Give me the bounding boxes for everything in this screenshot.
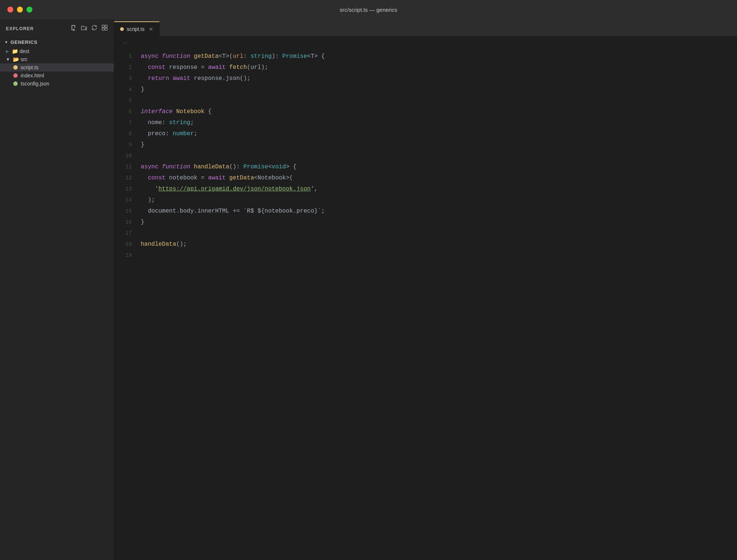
tab-script-ts[interactable]: script.ts ✕ xyxy=(114,21,160,36)
tree-item-index-html[interactable]: index.html xyxy=(0,71,114,80)
code-line-14: 14 ); xyxy=(114,197,737,208)
line-number: 1 xyxy=(114,53,141,60)
line-content[interactable]: 'https://api.origamid.dev/json/notebook.… xyxy=(141,186,737,192)
code-line-19: 19 xyxy=(114,252,737,263)
line-content[interactable]: preco: number; xyxy=(141,130,737,137)
svg-rect-8 xyxy=(102,25,104,27)
dest-folder-icon: 📁 xyxy=(12,48,18,54)
line-number: 17 xyxy=(114,230,141,237)
line-content[interactable]: } xyxy=(141,141,737,148)
generics-section[interactable]: ▼ GENERICS xyxy=(0,38,114,46)
explorer-tree: ▼ GENERICS ▶ 📁 dest ▼ 📂 src xyxy=(0,38,114,88)
breadcrumb: ... xyxy=(114,36,737,47)
line-number: 11 xyxy=(114,164,141,170)
code-line-6: 6interface Notebook { xyxy=(114,108,737,119)
code-line-2: 2 const response = await fetch(url); xyxy=(114,64,737,75)
sidebar-actions xyxy=(70,24,108,33)
code-line-12: 12 const notebook = await getData<Notebo… xyxy=(114,175,737,186)
dest-chevron-icon: ▶ xyxy=(6,49,9,54)
line-content[interactable] xyxy=(141,252,737,259)
line-number: 5 xyxy=(114,98,141,104)
tree-item-tsconfig[interactable]: tsconfig.json xyxy=(0,80,114,88)
code-editor[interactable]: 1async function getData<T>(url: string):… xyxy=(114,47,737,560)
tree-item-dest[interactable]: ▶ 📁 dest xyxy=(0,47,114,55)
sidebar: EXPLORER xyxy=(0,19,114,560)
tab-close-icon[interactable]: ✕ xyxy=(149,26,153,32)
svg-rect-9 xyxy=(105,25,107,27)
line-content[interactable]: const notebook = await getData<Notebook>… xyxy=(141,175,737,181)
code-line-18: 18handleData(); xyxy=(114,241,737,252)
code-line-9: 9} xyxy=(114,141,737,153)
code-line-1: 1async function getData<T>(url: string):… xyxy=(114,53,737,64)
line-content[interactable]: async function handleData(): Promise<voi… xyxy=(141,164,737,170)
refresh-icon[interactable] xyxy=(91,24,98,33)
main-layout: EXPLORER xyxy=(0,19,737,560)
code-line-15: 15 document.body.innerHTML += `R$ ${note… xyxy=(114,208,737,219)
maximize-button[interactable] xyxy=(27,7,32,13)
src-folder-icon: 📂 xyxy=(13,56,19,62)
tsconfig-label: tsconfig.json xyxy=(21,81,114,87)
code-line-10: 10 xyxy=(114,153,737,164)
code-line-5: 5 xyxy=(114,97,737,108)
line-number: 2 xyxy=(114,64,141,71)
line-content[interactable] xyxy=(141,97,737,104)
line-number: 18 xyxy=(114,241,141,248)
svg-rect-3 xyxy=(74,25,75,28)
line-number: 3 xyxy=(114,76,141,82)
line-content[interactable]: nome: string; xyxy=(141,119,737,126)
window-controls xyxy=(7,7,32,13)
line-content[interactable] xyxy=(141,153,737,159)
tab-bar: script.ts ✕ xyxy=(114,19,737,36)
code-line-7: 7 nome: string; xyxy=(114,119,737,130)
line-number: 16 xyxy=(114,219,141,225)
code-line-13: 13 'https://api.origamid.dev/json/notebo… xyxy=(114,186,737,197)
breadcrumb-text: ... xyxy=(123,39,127,44)
sidebar-header: EXPLORER xyxy=(0,19,114,38)
tree-item-src[interactable]: ▼ 📂 src xyxy=(0,55,114,63)
code-line-17: 17 xyxy=(114,230,737,241)
file-tree: ▶ 📁 dest ▼ 📂 src script.ts xyxy=(0,46,114,88)
index-html-dot xyxy=(13,73,18,78)
code-line-11: 11async function handleData(): Promise<v… xyxy=(114,164,737,175)
code-line-8: 8 preco: number; xyxy=(114,130,737,141)
svg-rect-11 xyxy=(105,28,107,30)
line-content[interactable] xyxy=(141,230,737,237)
explorer-title: EXPLORER xyxy=(6,26,34,31)
line-number: 7 xyxy=(114,120,141,126)
line-number: 12 xyxy=(114,175,141,181)
line-content[interactable]: document.body.innerHTML += `R$ ${noteboo… xyxy=(141,208,737,214)
line-number: 10 xyxy=(114,153,141,159)
new-folder-icon[interactable] xyxy=(81,24,87,33)
line-content[interactable]: async function getData<T>(url: string): … xyxy=(141,53,737,60)
line-content[interactable]: } xyxy=(141,86,737,93)
src-label: src xyxy=(21,56,114,62)
dest-label: dest xyxy=(20,48,114,54)
svg-rect-10 xyxy=(102,28,104,30)
minimize-button[interactable] xyxy=(17,7,23,13)
index-html-label: index.html xyxy=(21,73,114,78)
line-content[interactable]: return await response.json(); xyxy=(141,75,737,82)
code-line-3: 3 return await response.json(); xyxy=(114,75,737,86)
code-line-16: 16} xyxy=(114,219,737,230)
new-file-icon[interactable] xyxy=(70,24,77,33)
line-content[interactable]: handleData(); xyxy=(141,241,737,248)
src-chevron-icon: ▼ xyxy=(6,57,10,62)
window-title: src/script.ts — generics xyxy=(340,7,397,13)
titlebar: src/script.ts — generics xyxy=(0,0,737,19)
line-number: 9 xyxy=(114,142,141,148)
line-number: 6 xyxy=(114,109,141,115)
collapse-all-icon[interactable] xyxy=(101,24,108,33)
close-button[interactable] xyxy=(7,7,13,13)
script-ts-dot xyxy=(13,65,18,70)
line-content[interactable]: } xyxy=(141,219,737,225)
tree-item-script-ts[interactable]: script.ts xyxy=(0,63,114,71)
line-content[interactable]: const response = await fetch(url); xyxy=(141,64,737,71)
tab-dot-icon xyxy=(120,27,124,31)
line-content[interactable]: interface Notebook { xyxy=(141,108,737,115)
svg-rect-1 xyxy=(71,25,72,30)
line-content[interactable]: ); xyxy=(141,197,737,203)
line-number: 4 xyxy=(114,87,141,93)
script-ts-label: script.ts xyxy=(21,64,114,70)
section-chevron-icon: ▼ xyxy=(4,40,8,44)
line-number: 15 xyxy=(114,208,141,214)
